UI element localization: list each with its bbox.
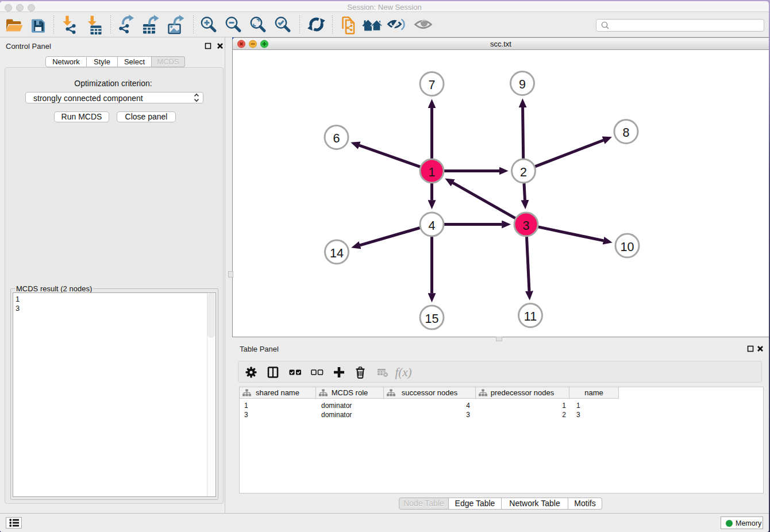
svg-text:8: 8 [623,126,630,140]
svg-text:2: 2 [520,165,527,179]
svg-text:10: 10 [621,240,634,254]
svg-text:4: 4 [429,219,436,233]
svg-text:3: 3 [523,219,530,233]
svg-text:15: 15 [425,312,439,326]
svg-text:7: 7 [429,78,436,92]
svg-text:11: 11 [524,310,537,323]
svg-text:6: 6 [333,132,340,145]
svg-text:14: 14 [330,246,344,260]
svg-text:9: 9 [519,78,526,91]
svg-text:1: 1 [429,165,436,179]
